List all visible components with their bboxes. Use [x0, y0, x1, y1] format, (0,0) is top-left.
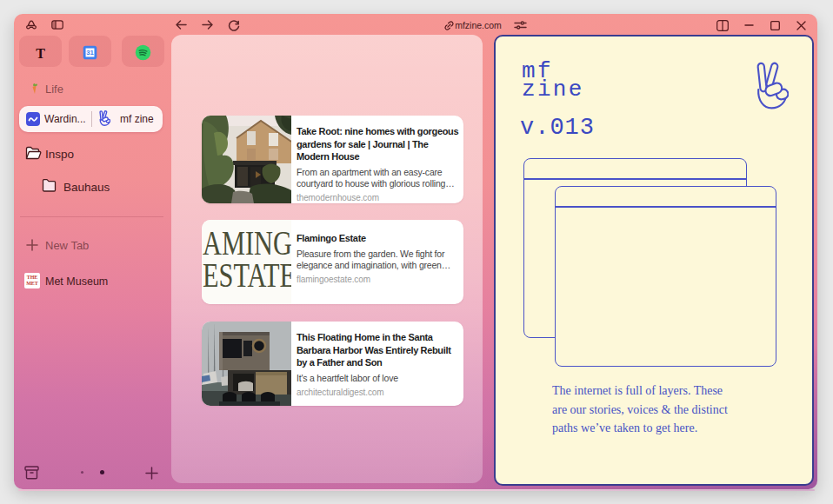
- svg-text:31: 31: [86, 49, 94, 56]
